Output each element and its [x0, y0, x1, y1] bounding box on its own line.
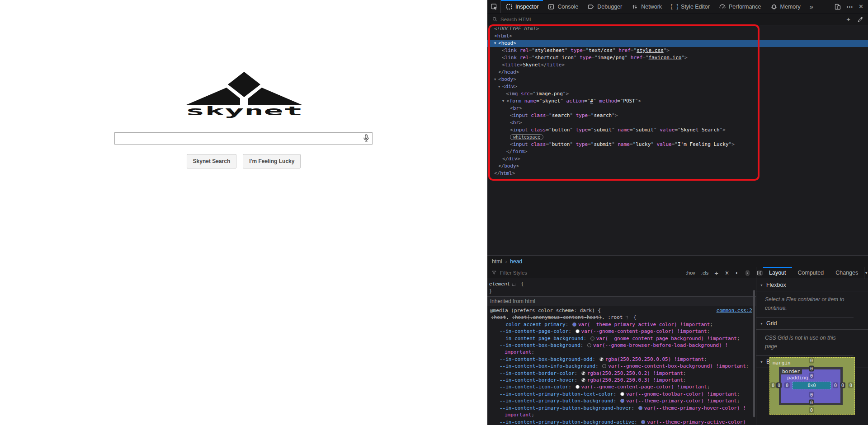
dark-scheme-sim-icon[interactable]: ◐: [736, 270, 739, 276]
markup-line[interactable]: <input class="search" type="search">: [487, 112, 868, 119]
color-swatch-white[interactable]: [576, 329, 580, 333]
markup-line[interactable]: <link rel="stylesheet" type="text/css" h…: [487, 47, 868, 54]
sidebar-tabs-dropdown[interactable]: ▼: [864, 267, 868, 279]
color-swatch-dark[interactable]: [590, 336, 594, 341]
sidebar-tab-layout[interactable]: Layout: [763, 267, 792, 279]
devtools-tab-network[interactable]: Network: [627, 0, 666, 13]
markup-line[interactable]: </form>: [487, 148, 868, 155]
color-swatch-dark[interactable]: [602, 364, 606, 368]
class-toggle[interactable]: .cls: [701, 270, 709, 276]
more-tabs-button[interactable]: »: [805, 0, 818, 13]
pick-element-button[interactable]: [487, 0, 501, 13]
css-rules-view[interactable]: element {}Inherited from html@media (pre…: [487, 279, 756, 425]
stylesheet-link[interactable]: common.css:2: [717, 307, 752, 314]
color-swatch-blue[interactable]: [638, 406, 642, 410]
margin-right-value[interactable]: 0: [848, 383, 854, 388]
flexbox-section-header[interactable]: ▼ Flexbox: [756, 279, 868, 291]
search-html-placeholder[interactable]: Search HTML: [500, 17, 533, 22]
css-declaration[interactable]: --in-content-icon-color: var(--gnome-con…: [487, 383, 756, 390]
responsive-design-button[interactable]: [834, 3, 841, 10]
padding-right-value[interactable]: 0: [833, 383, 838, 388]
markup-line[interactable]: ▼<body>: [487, 76, 868, 83]
devtools-tab-inspector[interactable]: Inspector: [501, 0, 543, 13]
markup-line[interactable]: <html>: [487, 33, 868, 40]
markup-line[interactable]: <br>: [487, 119, 868, 126]
devtools-tab-console[interactable]: Console: [543, 0, 583, 13]
markup-line[interactable]: <!DOCTYPE html>: [487, 25, 868, 33]
color-swatch-white[interactable]: [576, 385, 580, 389]
expand-twisty-icon[interactable]: ▼: [494, 40, 498, 47]
color-swatch-blue[interactable]: [620, 399, 624, 403]
color-swatch-blue[interactable]: [572, 322, 576, 327]
grid-section-header[interactable]: ▼ Grid: [756, 318, 868, 330]
feeling-lucky-button[interactable]: I'm Feeling Lucky: [243, 154, 301, 168]
padding-top-value[interactable]: 0: [809, 373, 814, 379]
markup-line[interactable]: <input class="button" type="submit" name…: [487, 126, 868, 134]
eyedropper-icon[interactable]: [857, 16, 863, 23]
border-right-value[interactable]: 0: [840, 383, 845, 388]
markup-line[interactable]: ▼<div>: [487, 83, 868, 90]
css-declaration[interactable]: --in-content-border-hover: rgba(250,250,…: [487, 377, 756, 383]
add-rule-button[interactable]: +: [714, 269, 718, 277]
padding-bottom-value[interactable]: 0: [809, 392, 814, 398]
expand-twisty-icon[interactable]: ▼: [502, 98, 506, 105]
css-declaration[interactable]: --in-content-page-background: var(--gnom…: [487, 335, 756, 342]
print-sim-icon[interactable]: [745, 270, 750, 276]
breadcrumb-item-html[interactable]: html: [492, 258, 502, 265]
microphone-icon[interactable]: [362, 134, 370, 142]
box-model-content-region[interactable]: 0×0: [793, 382, 831, 389]
light-scheme-sim-icon[interactable]: ☀: [724, 270, 730, 276]
css-declaration[interactable]: --in-content-primary-button-background: …: [487, 397, 756, 404]
settings-menu-button[interactable]: •••: [847, 4, 854, 9]
css-declaration[interactable]: --in-content-primary-button-background-h…: [487, 405, 756, 411]
css-declaration[interactable]: --in-content-border-color: rgba(250,250,…: [487, 370, 756, 377]
markup-line[interactable]: </body>: [487, 163, 868, 170]
color-swatch-white[interactable]: [620, 392, 624, 396]
margin-bottom-value[interactable]: 0: [809, 407, 814, 413]
expand-sidebar-button[interactable]: [756, 267, 763, 279]
markup-line[interactable]: <br>: [487, 105, 868, 112]
devtools-tab-style-editor[interactable]: { }Style Editor: [666, 0, 714, 13]
expand-twisty-icon[interactable]: ▼: [498, 83, 502, 90]
markup-line[interactable]: </div>: [487, 155, 868, 163]
color-swatch-alpha[interactable]: [581, 378, 585, 382]
margin-left-value[interactable]: 0: [770, 383, 776, 388]
add-node-button[interactable]: +: [846, 15, 850, 23]
css-declaration[interactable]: --in-content-box-info-background: var(--…: [487, 363, 756, 369]
border-left-value[interactable]: 0: [776, 383, 782, 388]
css-declaration[interactable]: --in-content-page-color: var(--gnome-con…: [487, 328, 756, 335]
border-top-value[interactable]: 0: [809, 366, 814, 372]
devtools-tab-debugger[interactable]: Debugger: [583, 0, 627, 13]
css-declaration[interactable]: --in-content-primary-button-text-color: …: [487, 391, 756, 397]
markup-line[interactable]: <input class="button" type="submit" name…: [487, 141, 868, 148]
markup-line[interactable]: </html>: [487, 170, 868, 177]
markup-line[interactable]: ▼<form name="skynet" action="#" method="…: [487, 98, 868, 105]
markup-line[interactable]: </head>: [487, 69, 868, 76]
css-declaration[interactable]: --in-content-box-background: var(--gnome…: [487, 342, 756, 349]
markup-tree[interactable]: <!DOCTYPE html><html>▼<head><link rel="s…: [487, 25, 868, 255]
markup-line[interactable]: <title>Skynet</title>: [487, 61, 868, 69]
devtools-tab-performance[interactable]: Performance: [714, 0, 766, 13]
color-swatch-dark[interactable]: [587, 343, 591, 347]
border-bottom-value[interactable]: 0: [809, 400, 814, 406]
markup-line[interactable]: whitespace: [487, 134, 868, 141]
element-rule-selector[interactable]: element {: [487, 280, 756, 288]
css-declaration[interactable]: --in-content-primary-button-background-a…: [487, 419, 756, 425]
margin-top-value[interactable]: 0: [809, 358, 814, 364]
markup-line[interactable]: <link rel="shortcut icon" type="image/pn…: [487, 54, 868, 61]
rule-selector-line[interactable]: :host, :host(.anonymous-content-host), :…: [487, 314, 756, 321]
color-swatch-alpha[interactable]: [581, 371, 585, 375]
markup-line-selected[interactable]: ▼<head>: [487, 40, 868, 47]
css-declaration[interactable]: --color-accent-primary: var(--theme-prim…: [487, 321, 756, 328]
sidebar-tab-computed[interactable]: Computed: [792, 267, 830, 279]
search-input[interactable]: [114, 132, 373, 145]
sidebar-tab-changes[interactable]: Changes: [830, 267, 864, 279]
css-declaration[interactable]: --in-content-box-background-odd: rgba(25…: [487, 356, 756, 363]
color-swatch-blue[interactable]: [641, 420, 645, 424]
color-swatch-alpha[interactable]: [599, 357, 604, 361]
padding-left-value[interactable]: 0: [784, 383, 790, 388]
breadcrumb-item-head[interactable]: head: [510, 258, 522, 265]
close-devtools-button[interactable]: ✕: [859, 3, 863, 10]
pseudo-class-toggle[interactable]: :hov: [686, 270, 695, 276]
filter-styles-placeholder[interactable]: Filter Styles: [500, 270, 527, 276]
